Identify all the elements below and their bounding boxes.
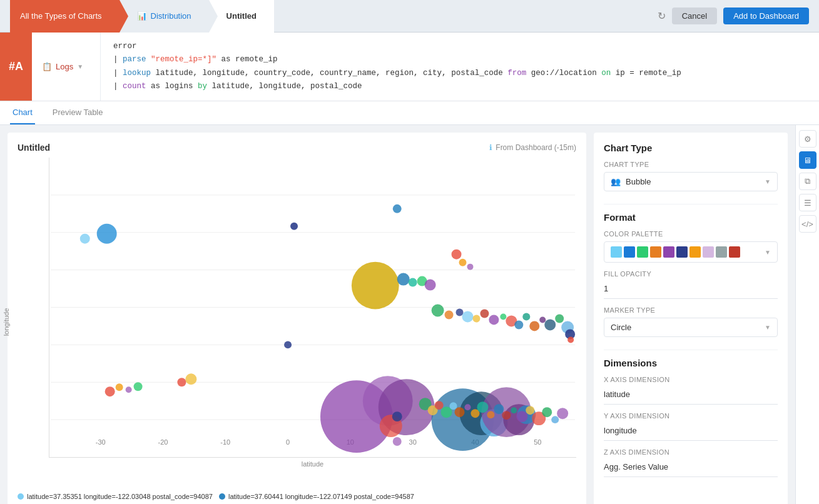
svg-point-37 bbox=[456, 308, 464, 316]
svg-point-80 bbox=[502, 411, 511, 420]
svg-point-54 bbox=[126, 386, 132, 393]
svg-point-31 bbox=[425, 280, 436, 291]
query-source-selector[interactable]: 📋 Logs ▼ bbox=[32, 33, 101, 101]
svg-point-42 bbox=[500, 313, 506, 320]
svg-point-35 bbox=[432, 305, 444, 317]
format-title: Format bbox=[604, 212, 778, 223]
svg-point-83 bbox=[526, 406, 534, 415]
tab-chart[interactable]: Chart bbox=[10, 101, 35, 124]
chart-title: Untitled bbox=[18, 143, 50, 153]
clock-icon: ℹ bbox=[489, 143, 492, 152]
palette-color-6 bbox=[676, 246, 688, 258]
y-axis-label: longitude bbox=[3, 308, 10, 336]
chart-type-title: Chart Type bbox=[604, 143, 778, 153]
fill-opacity-label: Fill Opacity bbox=[604, 270, 778, 278]
side-icon-bar: ⚙ 🖥 ⧉ ☰ </> bbox=[795, 125, 819, 504]
legend-item: latitude=37.60441 longitude=-122.07149 p… bbox=[219, 493, 414, 500]
z-axis-value: Agg. Series Value bbox=[604, 460, 778, 477]
svg-text:30: 30 bbox=[409, 438, 417, 446]
svg-point-82 bbox=[516, 411, 527, 422]
cancel-button[interactable]: Cancel bbox=[672, 8, 717, 24]
copy-icon[interactable]: ⧉ bbox=[799, 173, 816, 190]
breadcrumb-label: Untitled bbox=[226, 11, 257, 21]
palette-color-2 bbox=[624, 246, 635, 258]
breadcrumb-untitled[interactable]: Untitled bbox=[209, 0, 274, 33]
svg-point-36 bbox=[445, 310, 454, 319]
svg-point-39 bbox=[472, 315, 480, 322]
tabs-bar: Chart Preview Table bbox=[0, 101, 819, 125]
svg-point-33 bbox=[459, 259, 467, 266]
svg-point-45 bbox=[522, 313, 530, 320]
dimensions-section: Dimensions X Axis Dimension latitude Y A… bbox=[604, 358, 778, 477]
svg-point-85 bbox=[542, 407, 552, 417]
y-axis-field-label: Y Axis Dimension bbox=[604, 412, 778, 420]
svg-text:0: 0 bbox=[286, 438, 290, 446]
breadcrumb-distribution[interactable]: 📊 Distribution bbox=[120, 0, 209, 33]
svg-point-38 bbox=[462, 311, 474, 322]
code-icon[interactable]: </> bbox=[799, 215, 816, 233]
chart-legend: latitude=37.35351 longitude=-122.03048 p… bbox=[18, 493, 576, 504]
logs-icon: 📋 bbox=[42, 62, 52, 71]
chart-type-section: Chart Type Chart Type 👥 Bubble ▼ bbox=[604, 143, 778, 191]
chart-wrapper: longitude 200 150 100 50 0 bbox=[18, 158, 576, 486]
tab-preview-table[interactable]: Preview Table bbox=[50, 101, 106, 124]
dropdown-arrow: ▼ bbox=[77, 63, 83, 70]
query-panel: #A 📋 Logs ▼ error | parse "remote_ip=*]"… bbox=[0, 33, 819, 101]
chevron-down-icon: ▼ bbox=[765, 249, 771, 256]
legend-color bbox=[219, 493, 225, 500]
z-axis-field-label: Z Axis Dimension bbox=[604, 448, 778, 456]
svg-point-41 bbox=[489, 315, 499, 325]
color-palette bbox=[611, 246, 740, 258]
settings-icon[interactable]: ⚙ bbox=[799, 130, 816, 148]
palette-color-5 bbox=[663, 246, 674, 258]
legend-color bbox=[18, 493, 24, 500]
svg-point-29 bbox=[409, 278, 417, 287]
marker-type-select[interactable]: Circle ▼ bbox=[604, 318, 778, 337]
palette-color-10 bbox=[729, 246, 740, 258]
svg-text:-10: -10 bbox=[220, 438, 230, 446]
svg-text:50: 50 bbox=[534, 438, 541, 446]
chart-panel-icon[interactable]: 🖥 bbox=[799, 151, 816, 169]
palette-color-8 bbox=[703, 246, 714, 258]
svg-point-62 bbox=[392, 411, 402, 421]
svg-point-52 bbox=[105, 386, 115, 396]
chart-type-value: Bubble bbox=[626, 177, 651, 186]
list-icon[interactable]: ☰ bbox=[799, 194, 816, 211]
svg-point-88 bbox=[393, 437, 402, 446]
x-axis-label: latitude bbox=[49, 460, 576, 468]
chevron-down-icon: ▼ bbox=[765, 178, 771, 185]
breadcrumb-label: All the Types of Charts bbox=[20, 11, 102, 21]
color-palette-select[interactable]: ▼ bbox=[604, 241, 778, 263]
breadcrumb-all-charts[interactable]: All the Types of Charts bbox=[10, 0, 120, 33]
svg-point-24 bbox=[97, 224, 117, 244]
chart-type-select[interactable]: 👥 Bubble ▼ bbox=[604, 172, 778, 191]
legend-item: latitude=37.35351 longitude=-122.03048 p… bbox=[18, 493, 213, 500]
svg-point-79 bbox=[494, 404, 504, 414]
svg-point-25 bbox=[290, 223, 298, 230]
svg-point-90 bbox=[567, 336, 574, 343]
color-palette-label: Color Palette bbox=[604, 230, 778, 238]
dimensions-title: Dimensions bbox=[604, 358, 778, 368]
chart-container: 200 150 100 50 0 -50 -100 -150 -30 -20 -… bbox=[49, 158, 576, 458]
add-to-dashboard-button[interactable]: Add to Dashboard bbox=[723, 8, 809, 24]
legend-text: latitude=37.60441 longitude=-122.07149 p… bbox=[228, 493, 414, 500]
x-axis-field-label: X Axis Dimension bbox=[604, 376, 778, 383]
bubble-icon: 👥 bbox=[611, 177, 621, 186]
svg-point-71 bbox=[435, 401, 444, 410]
svg-point-44 bbox=[514, 320, 523, 329]
format-section: Format Color Palette bbox=[604, 212, 778, 337]
svg-point-51 bbox=[284, 341, 292, 348]
svg-point-27 bbox=[352, 262, 399, 310]
breadcrumb: All the Types of Charts 📊 Distribution U… bbox=[10, 0, 274, 33]
svg-point-57 bbox=[185, 373, 196, 385]
palette-color-4 bbox=[650, 246, 661, 258]
palette-color-7 bbox=[689, 246, 701, 258]
chart-meta-text: From Dashboard (-15m) bbox=[496, 143, 576, 152]
refresh-icon[interactable]: ↻ bbox=[658, 10, 666, 22]
svg-point-87 bbox=[557, 408, 568, 419]
source-name: Logs bbox=[56, 62, 73, 71]
header-actions: ↻ Cancel Add to Dashboard bbox=[658, 8, 809, 24]
divider bbox=[604, 350, 778, 350]
svg-point-49 bbox=[555, 314, 564, 323]
header: All the Types of Charts 📊 Distribution U… bbox=[0, 0, 819, 33]
